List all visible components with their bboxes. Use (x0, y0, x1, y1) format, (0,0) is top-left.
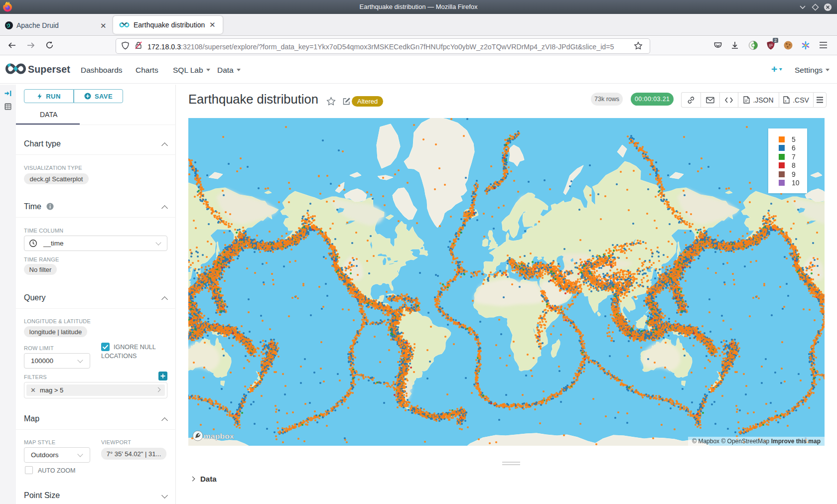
svg-text:x: x (785, 99, 787, 103)
svg-text:mapbox: mapbox (204, 432, 234, 440)
